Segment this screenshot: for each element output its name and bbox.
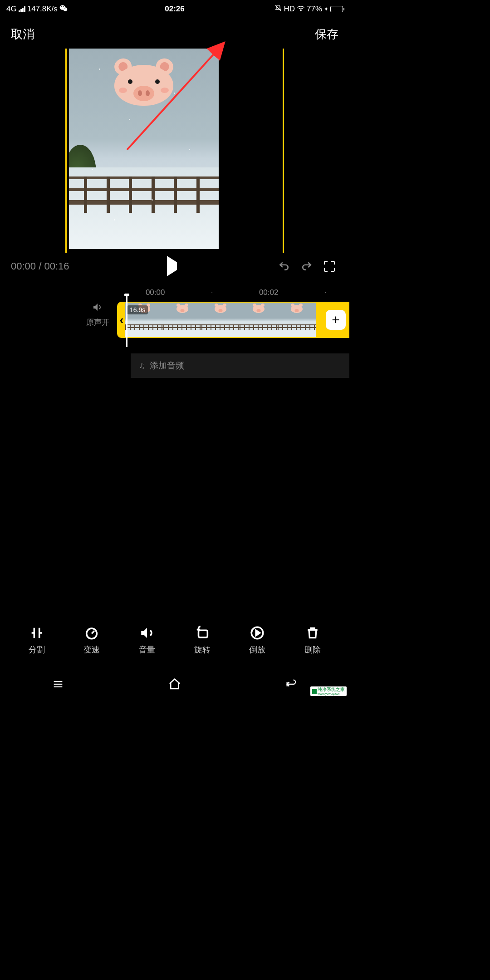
crop-handle-right[interactable] bbox=[283, 49, 284, 253]
timeline[interactable]: 原声开 ‹ 16.9s bbox=[0, 302, 349, 343]
thumbnail bbox=[278, 303, 316, 337]
fullscreen-icon bbox=[324, 261, 335, 272]
play-icon bbox=[167, 256, 177, 276]
clip-thumbnails: 16.9s bbox=[125, 303, 316, 337]
svg-point-7 bbox=[300, 10, 301, 10]
save-button[interactable]: 保存 bbox=[315, 26, 338, 42]
split-tool[interactable]: 分割 bbox=[29, 625, 45, 655]
watermark: 纯净系统之家 www.ycwjzy.com bbox=[310, 686, 347, 696]
svg-point-1 bbox=[63, 7, 67, 11]
scene-fence bbox=[69, 176, 219, 213]
status-time: 02:26 bbox=[165, 5, 184, 14]
thumbnail bbox=[240, 303, 278, 337]
editor-header: 取消 保存 bbox=[0, 18, 349, 47]
time-ruler: 00:00 · 00:02 · bbox=[0, 275, 349, 302]
svg-point-2 bbox=[61, 6, 62, 7]
add-audio-label: 添加音频 bbox=[150, 360, 184, 372]
thumbnail bbox=[201, 303, 240, 337]
speed-tool[interactable]: 变速 bbox=[83, 625, 100, 655]
status-bar: 4G 147.8K/s 02:26 HD 77% ✦ bbox=[0, 0, 349, 18]
video-clip[interactable]: ‹ 16.9s + bbox=[117, 302, 349, 338]
redo-button[interactable] bbox=[298, 257, 316, 275]
rotate-icon bbox=[195, 625, 210, 641]
sound-label: 原声开 bbox=[82, 317, 113, 328]
speed-icon bbox=[84, 625, 99, 641]
delete-tool[interactable]: 删除 bbox=[304, 625, 321, 655]
charging-icon: ✦ bbox=[324, 6, 328, 12]
status-right: HD 77% ✦ bbox=[274, 5, 343, 14]
battery-pct: 77% bbox=[307, 5, 322, 14]
svg-point-4 bbox=[64, 8, 65, 9]
ruler-tick: 00:00 bbox=[146, 288, 165, 297]
redo-icon bbox=[301, 260, 313, 272]
split-icon bbox=[29, 625, 44, 641]
fullscreen-button[interactable] bbox=[320, 257, 338, 275]
battery-icon bbox=[330, 6, 343, 12]
dnd-icon bbox=[274, 5, 282, 14]
video-preview[interactable] bbox=[69, 49, 219, 249]
reverse-tool[interactable]: 倒放 bbox=[249, 625, 265, 655]
hd-label: HD bbox=[284, 5, 295, 14]
wifi-icon bbox=[297, 5, 305, 14]
thumbnail bbox=[163, 303, 201, 337]
preview-area bbox=[0, 47, 349, 253]
original-sound-toggle[interactable]: 原声开 bbox=[82, 302, 113, 328]
signal-icon bbox=[19, 6, 25, 12]
status-left: 4G 147.8K/s bbox=[6, 5, 68, 14]
network-type: 4G bbox=[6, 5, 17, 14]
tool-bar: 分割 变速 音量 旋转 倒放 删除 bbox=[0, 625, 349, 663]
watermark-icon bbox=[312, 689, 317, 694]
play-button[interactable] bbox=[167, 262, 177, 270]
volume-icon bbox=[139, 625, 155, 641]
rotate-tool[interactable]: 旋转 bbox=[194, 625, 211, 655]
add-audio-button[interactable]: ♫ 添加音频 bbox=[131, 353, 349, 378]
trash-icon bbox=[305, 625, 320, 641]
system-nav-bar bbox=[0, 671, 349, 699]
music-note-icon: ♫ bbox=[139, 361, 145, 371]
svg-point-3 bbox=[63, 6, 64, 7]
ruler-tick: 00:02 bbox=[259, 288, 279, 297]
recent-apps-button[interactable] bbox=[52, 678, 64, 692]
clip-duration-badge: 16.9s bbox=[127, 305, 148, 314]
plus-icon: + bbox=[332, 312, 340, 328]
undo-button[interactable] bbox=[275, 257, 293, 275]
playback-controls: 00:00 / 00:16 bbox=[0, 253, 349, 275]
add-clip-button[interactable]: + bbox=[326, 310, 346, 330]
cancel-button[interactable]: 取消 bbox=[11, 26, 34, 42]
clip-trim-left-icon[interactable]: ‹ bbox=[117, 313, 125, 327]
reverse-icon bbox=[250, 625, 265, 641]
network-speed: 147.8K/s bbox=[27, 5, 58, 14]
home-button[interactable] bbox=[168, 677, 181, 693]
ruler-dot: · bbox=[324, 288, 326, 297]
pig-sticker bbox=[114, 65, 173, 115]
wechat-icon bbox=[59, 5, 68, 14]
speaker-icon bbox=[82, 302, 113, 315]
crop-handle-left[interactable] bbox=[65, 49, 67, 253]
svg-point-5 bbox=[65, 8, 66, 9]
svg-rect-10 bbox=[198, 630, 207, 637]
time-display: 00:00 / 00:16 bbox=[11, 260, 69, 272]
volume-tool[interactable]: 音量 bbox=[139, 625, 155, 655]
thumbnail: 16.9s bbox=[125, 303, 163, 337]
svg-point-9 bbox=[87, 628, 97, 639]
playhead[interactable] bbox=[126, 294, 127, 347]
undo-icon bbox=[278, 260, 290, 272]
ruler-dot: · bbox=[211, 288, 213, 297]
back-button[interactable] bbox=[285, 678, 298, 692]
